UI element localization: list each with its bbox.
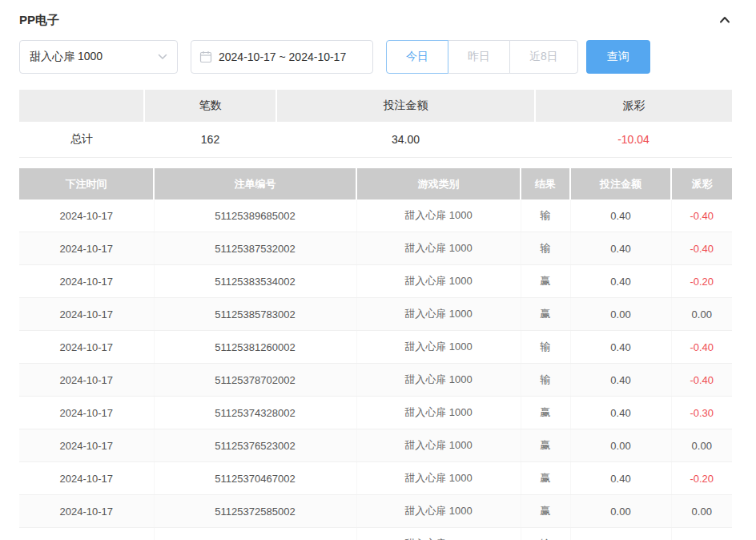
game-select[interactable]: 甜入心扉 1000 bbox=[19, 40, 178, 74]
cell-bet-amount: 0.40 bbox=[570, 265, 671, 298]
cell-order-number: 51125381260002 bbox=[154, 331, 356, 364]
table-row: 2024-10-1751125374328002甜入心扉 1000赢0.40-0… bbox=[19, 397, 732, 429]
cell-payout: -0.40 bbox=[671, 199, 732, 232]
cell-bet-time: 2024-10-17 bbox=[19, 331, 154, 364]
date-range-input[interactable]: 2024-10-17 ~ 2024-10-17 bbox=[191, 40, 373, 74]
table-row: 2024-10-1751125383534002甜入心扉 1000赢0.40-0… bbox=[19, 265, 732, 298]
summary-bet: 34.00 bbox=[276, 122, 535, 158]
cell-bet-time: 2024-10-17 bbox=[19, 364, 154, 397]
bet-table-body: 2024-10-1751125389685002甜入心扉 1000输0.40-0… bbox=[19, 199, 732, 540]
cell-bet-amount: 0.40 bbox=[570, 462, 671, 495]
cell-bet-amount: 0.40 bbox=[570, 397, 671, 429]
header-bet-amount: 投注金额 bbox=[570, 168, 671, 199]
cell-order-number: 51125372585002 bbox=[154, 495, 356, 528]
quick-range-yesterday-button[interactable]: 昨日 bbox=[448, 40, 510, 74]
cell-game-category: 甜入心扉 1000 bbox=[356, 364, 521, 397]
cell-game-category: 甜入心扉 1000 bbox=[356, 331, 521, 364]
cell-order-number: 51125385783002 bbox=[154, 298, 356, 331]
cell-result: 输 bbox=[521, 232, 570, 265]
summary-header-bet: 投注金额 bbox=[276, 90, 535, 122]
cell-order-number: 51125383534002 bbox=[154, 265, 356, 298]
cell-order-number: 51125368250002 bbox=[154, 528, 356, 540]
summary-header-payout: 派彩 bbox=[535, 90, 732, 122]
cell-payout: 0.00 bbox=[671, 429, 732, 462]
table-row: 2024-10-1751125387532002甜入心扉 1000输0.40-0… bbox=[19, 232, 732, 265]
cell-order-number: 51125376523002 bbox=[154, 429, 356, 462]
pp-electronic-panel: PP电子 甜入心扉 1000 2024-10-17 ~ 2024-10-17 bbox=[0, 0, 756, 540]
cell-result: 赢 bbox=[521, 298, 570, 331]
summary-count: 162 bbox=[144, 122, 276, 158]
cell-order-number: 51125389685002 bbox=[154, 199, 356, 232]
table-row: 2024-10-1751125376523002甜入心扉 1000赢0.000.… bbox=[19, 429, 732, 462]
table-row: 2024-10-1751125370467002甜入心扉 1000赢0.40-0… bbox=[19, 462, 732, 495]
cell-result: 赢 bbox=[521, 429, 570, 462]
summary-header-blank bbox=[19, 90, 144, 122]
calendar-icon bbox=[199, 50, 212, 63]
cell-bet-amount: 0.40 bbox=[570, 331, 671, 364]
cell-bet-time: 2024-10-17 bbox=[19, 462, 154, 495]
cell-bet-amount: 0.40 bbox=[570, 199, 671, 232]
table-row: 2024-10-1751125378702002甜入心扉 1000输0.40-0… bbox=[19, 364, 732, 397]
chevron-down-icon bbox=[158, 54, 167, 60]
cell-payout: -0.30 bbox=[671, 397, 732, 429]
cell-game-category: 甜入心扉 1000 bbox=[356, 528, 521, 540]
cell-result: 赢 bbox=[521, 265, 570, 298]
cell-result: 输 bbox=[521, 364, 570, 397]
table-row: 2024-10-1751125368250002甜入心扉 1000输0.40-0… bbox=[19, 528, 732, 540]
cell-payout: -0.20 bbox=[671, 462, 732, 495]
cell-bet-time: 2024-10-17 bbox=[19, 265, 154, 298]
table-row: 2024-10-1751125381260002甜入心扉 1000输0.40-0… bbox=[19, 331, 732, 364]
cell-result: 赢 bbox=[521, 495, 570, 528]
quick-range-today-button[interactable]: 今日 bbox=[386, 40, 448, 74]
cell-payout: -0.40 bbox=[671, 364, 732, 397]
cell-result: 赢 bbox=[521, 397, 570, 429]
cell-payout: -0.40 bbox=[671, 528, 732, 540]
summary-table: 笔数 投注金额 派彩 总计 162 34.00 -10.04 bbox=[19, 90, 732, 158]
cell-game-category: 甜入心扉 1000 bbox=[356, 199, 521, 232]
cell-order-number: 51125374328002 bbox=[154, 397, 356, 429]
cell-bet-time: 2024-10-17 bbox=[19, 397, 154, 429]
cell-result: 输 bbox=[521, 331, 570, 364]
cell-order-number: 51125370467002 bbox=[154, 462, 356, 495]
cell-game-category: 甜入心扉 1000 bbox=[356, 232, 521, 265]
header-payout: 派彩 bbox=[671, 168, 732, 199]
cell-payout: -0.20 bbox=[671, 265, 732, 298]
cell-result: 输 bbox=[521, 199, 570, 232]
cell-bet-time: 2024-10-17 bbox=[19, 298, 154, 331]
cell-bet-amount: 0.40 bbox=[570, 364, 671, 397]
bet-table: 下注时间 注单编号 游戏类别 结果 投注金额 派彩 2024-10-175112… bbox=[19, 168, 732, 540]
cell-bet-amount: 0.00 bbox=[570, 495, 671, 528]
cell-payout: 0.00 bbox=[671, 495, 732, 528]
cell-bet-amount: 0.40 bbox=[570, 528, 671, 540]
cell-result: 输 bbox=[521, 528, 570, 540]
cell-result: 赢 bbox=[521, 462, 570, 495]
chevron-up-icon[interactable] bbox=[718, 13, 732, 27]
summary-total-row: 总计 162 34.00 -10.04 bbox=[19, 122, 732, 158]
filter-bar: 甜入心扉 1000 2024-10-17 ~ 2024-10-17 今日昨日近8… bbox=[19, 40, 732, 74]
cell-payout: -0.40 bbox=[671, 232, 732, 265]
cell-order-number: 51125387532002 bbox=[154, 232, 356, 265]
cell-bet-time: 2024-10-17 bbox=[19, 495, 154, 528]
cell-bet-amount: 0.00 bbox=[570, 429, 671, 462]
summary-payout: -10.04 bbox=[535, 122, 732, 158]
header-result: 结果 bbox=[521, 168, 570, 199]
header-game-category: 游戏类别 bbox=[356, 168, 521, 199]
table-row: 2024-10-1751125385783002甜入心扉 1000赢0.000.… bbox=[19, 298, 732, 331]
cell-bet-amount: 0.40 bbox=[570, 232, 671, 265]
search-button[interactable]: 查询 bbox=[586, 40, 650, 74]
cell-bet-time: 2024-10-17 bbox=[19, 429, 154, 462]
panel-header: PP电子 bbox=[0, 0, 756, 30]
header-bet-time: 下注时间 bbox=[19, 168, 154, 199]
summary-header-row: 笔数 投注金额 派彩 bbox=[19, 90, 732, 122]
cell-game-category: 甜入心扉 1000 bbox=[356, 265, 521, 298]
header-order-number: 注单编号 bbox=[154, 168, 356, 199]
quick-range-last8days-button[interactable]: 近8日 bbox=[509, 40, 578, 74]
cell-payout: 0.00 bbox=[671, 298, 732, 331]
page-title: PP电子 bbox=[19, 13, 59, 28]
cell-bet-time: 2024-10-17 bbox=[19, 528, 154, 540]
cell-game-category: 甜入心扉 1000 bbox=[356, 429, 521, 462]
summary-label: 总计 bbox=[19, 122, 144, 158]
quick-range-group: 今日昨日近8日 bbox=[386, 40, 578, 74]
game-select-value: 甜入心扉 1000 bbox=[30, 50, 103, 64]
cell-bet-time: 2024-10-17 bbox=[19, 232, 154, 265]
